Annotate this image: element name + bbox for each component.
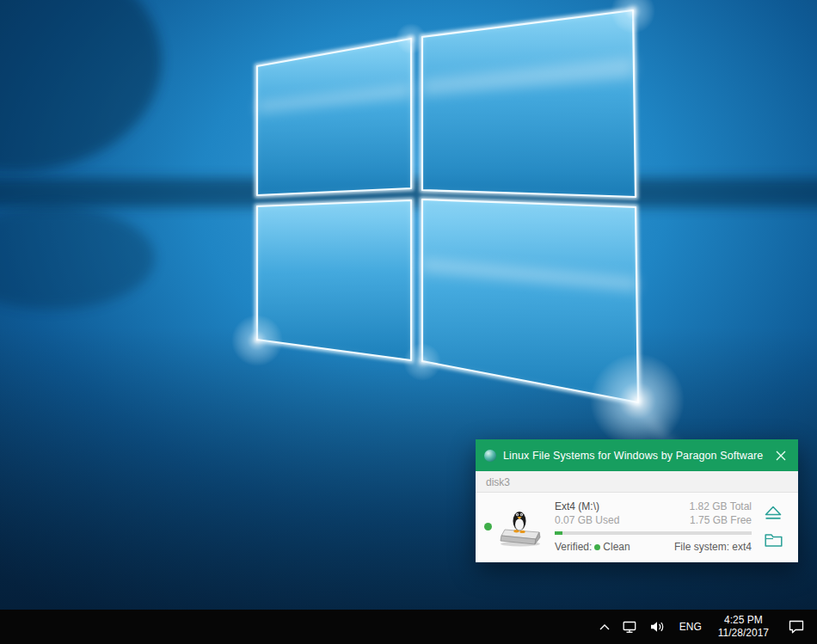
- verified-status: Verified: Clean: [555, 540, 630, 554]
- drive-used: 0.07 GB Used: [555, 513, 619, 527]
- paragon-logo-icon: [484, 450, 496, 462]
- eject-icon[interactable]: [764, 506, 783, 520]
- drive-name: Ext4 (M:\): [555, 500, 599, 513]
- action-center-icon[interactable]: [783, 610, 810, 644]
- notification-body: disk3: [476, 471, 798, 562]
- close-icon[interactable]: [772, 447, 789, 464]
- drive-icon: [496, 507, 548, 547]
- notification-header: Linux File Systems for Windows by Parago…: [476, 439, 798, 471]
- drive-status-dot: [484, 523, 492, 531]
- drive-actions: [755, 506, 791, 548]
- verified-label: Verified:: [555, 540, 592, 554]
- clean-status-dot: [594, 544, 600, 550]
- drive-free: 1.75 GB Free: [690, 513, 752, 527]
- taskbar: ENG 4:25 PM 11/28/2017: [0, 610, 817, 644]
- notification-title: Linux File Systems for Windows by Parago…: [503, 450, 765, 462]
- drive-total: 1.82 GB Total: [690, 500, 752, 513]
- volume-icon[interactable]: [644, 610, 672, 644]
- filesystem-label: File system: ext4: [674, 540, 752, 554]
- clock-time: 4:25 PM: [724, 614, 763, 627]
- clock-date: 11/28/2017: [718, 627, 769, 640]
- drive-row[interactable]: Ext4 (M:\) 1.82 GB Total 0.07 GB Used 1.…: [476, 492, 798, 562]
- usage-bar-fill: [555, 531, 562, 535]
- taskbar-clock[interactable]: 4:25 PM 11/28/2017: [710, 610, 777, 644]
- system-tray: ENG 4:25 PM 11/28/2017: [593, 610, 817, 644]
- verified-value: Clean: [603, 540, 630, 554]
- chevron-up-icon[interactable]: [593, 610, 617, 644]
- network-icon[interactable]: [617, 610, 644, 644]
- disk-group-label: disk3: [476, 471, 798, 492]
- usage-bar: [555, 531, 752, 535]
- drive-info: Ext4 (M:\) 1.82 GB Total 0.07 GB Used 1.…: [555, 500, 752, 554]
- desktop: Linux File Systems for Windows by Parago…: [0, 0, 817, 644]
- folder-icon[interactable]: [765, 533, 783, 548]
- language-indicator[interactable]: ENG: [672, 610, 710, 644]
- notification-panel: Linux File Systems for Windows by Parago…: [476, 439, 798, 562]
